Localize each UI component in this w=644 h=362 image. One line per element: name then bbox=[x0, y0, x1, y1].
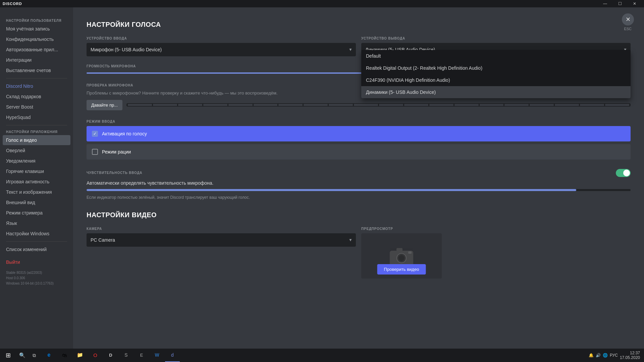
svg-rect-3 bbox=[396, 248, 402, 251]
taskbar-app-epic[interactable]: E bbox=[134, 349, 149, 362]
voice-activity-label: Активация по голосу bbox=[102, 131, 147, 136]
mic-seg-7 bbox=[278, 104, 303, 106]
voice-activity-checkbox: ✓ bbox=[92, 131, 98, 137]
mic-seg-20 bbox=[605, 104, 629, 106]
input-mode-voice-activity[interactable]: ✓ Активация по голосу bbox=[87, 126, 631, 141]
sidebar-item-windows-settings[interactable]: Настройки Windows bbox=[3, 229, 70, 239]
mic-seg-13 bbox=[429, 104, 453, 106]
sidebar-item-streamer-mode[interactable]: Режим стримера bbox=[3, 208, 70, 218]
mic-seg-19 bbox=[580, 104, 604, 106]
mic-seg-9 bbox=[329, 104, 353, 106]
dropdown-option-realtek[interactable]: Realtek Digital Output (2- Realtek High … bbox=[361, 62, 631, 74]
sensitivity-bar bbox=[87, 189, 631, 191]
user-settings-label: НАСТРОЙКИ ПОЛЬЗОВАТЕЛЯ bbox=[3, 17, 70, 24]
camera-select[interactable]: PC Camera bbox=[87, 233, 356, 247]
mic-level-bar bbox=[126, 103, 631, 107]
dropdown-option-nvidia[interactable]: C24F390 (NVIDIA High Definition Audio) bbox=[361, 74, 631, 86]
sidebar-item-server-boost[interactable]: Server Boost bbox=[3, 102, 70, 112]
camera-preview: Проверить видео bbox=[361, 233, 442, 279]
mic-seg-11 bbox=[379, 104, 403, 106]
svg-rect-4 bbox=[408, 251, 412, 254]
sidebar-item-billing[interactable]: Выставление счетов bbox=[3, 65, 70, 75]
sidebar-divider-2 bbox=[6, 125, 67, 125]
dropdown-option-usb[interactable]: Динамики (5- USB Audio Device) bbox=[361, 86, 631, 98]
taskbar-app-discord-game[interactable]: D bbox=[103, 349, 118, 362]
taskbar-task-view-button[interactable]: ⧉ bbox=[28, 349, 40, 362]
settings-close-button[interactable]: ✕ bbox=[622, 13, 634, 25]
maximize-button[interactable]: ☐ bbox=[613, 0, 627, 7]
sidebar-item-privacy[interactable]: Конфиденциальность bbox=[3, 34, 70, 44]
sidebar-item-hypesquad[interactable]: HypeSquad bbox=[3, 112, 70, 122]
sidebar-item-game-activity[interactable]: Игровая активность bbox=[3, 177, 70, 187]
mic-test-button[interactable]: Давайте пр... bbox=[87, 100, 122, 110]
taskbar-app-explorer[interactable]: 📁 bbox=[72, 349, 87, 362]
sidebar-item-hotkeys[interactable]: Горячие клавиши bbox=[3, 166, 70, 176]
app-settings-label: НАСТРОЙКИ ПРИЛОЖЕНИЯ bbox=[3, 128, 70, 135]
sidebar-item-appearance[interactable]: Внешний вид bbox=[3, 197, 70, 207]
sidebar-item-gift-inventory[interactable]: Склад подарков bbox=[3, 92, 70, 102]
settings-sidebar: НАСТРОЙКИ ПОЛЬЗОВАТЕЛЯ Моя учётная запис… bbox=[0, 7, 73, 362]
sidebar-item-logout[interactable]: Выйти bbox=[3, 257, 70, 267]
sensitivity-fill bbox=[87, 189, 576, 191]
taskbar-search-button[interactable]: 🔍 bbox=[16, 349, 28, 362]
app-logo: DISCORD bbox=[3, 2, 22, 6]
sidebar-item-changelog[interactable]: Список изменений bbox=[3, 244, 70, 254]
start-button[interactable]: ⊞ bbox=[0, 349, 16, 362]
mic-seg-16 bbox=[504, 104, 529, 106]
mic-seg-15 bbox=[480, 104, 504, 106]
dropdown-option-default[interactable]: Default bbox=[361, 50, 631, 62]
mic-seg-2 bbox=[153, 104, 177, 106]
input-mode-label: РЕЖИМ ВВОДА bbox=[87, 120, 631, 123]
sidebar-item-voice-video[interactable]: Голос и видео bbox=[3, 135, 70, 145]
sidebar-item-integrations[interactable]: Интеграции bbox=[3, 55, 70, 65]
input-mode-push-to-talk[interactable]: Режим рации bbox=[87, 144, 631, 160]
taskbar-app-discord-active[interactable]: d bbox=[165, 349, 180, 362]
taskbar-app-edge[interactable]: e bbox=[42, 349, 56, 362]
device-row: УСТРОЙСТВО ВВОДА Микрофон (5- USB Audio … bbox=[87, 37, 631, 56]
taskbar-apps: e 🛍 📁 O D S E W d bbox=[40, 349, 181, 362]
camera-label: КАМЕРА bbox=[87, 227, 356, 231]
push-to-talk-label: Режим рации bbox=[102, 149, 131, 155]
minimize-button[interactable]: — bbox=[598, 0, 612, 7]
mic-seg-6 bbox=[254, 104, 278, 106]
sensitivity-header: ЧУВСТВИТЕЛЬНОСТЬ ВВОДА bbox=[87, 169, 631, 177]
sensitivity-toggle[interactable] bbox=[616, 169, 631, 177]
mic-seg-17 bbox=[530, 104, 554, 106]
taskbar-notification-icon: 🔔 bbox=[589, 353, 594, 358]
sidebar-item-authorized-apps[interactable]: Авторизованные прил... bbox=[3, 45, 70, 55]
output-device-col: УСТРОЙСТВО ВЫВОДА Динамики (5- USB Audio… bbox=[361, 37, 631, 56]
input-device-wrapper: Микрофон (5- USB Audio Device) ▼ bbox=[87, 43, 356, 56]
video-section: НАСТРОЙКИ ВИДЕО КАМЕРА PC Camera ▼ ПРЕДП… bbox=[87, 211, 631, 279]
sensitivity-desc: Автоматически определять чувствительност… bbox=[87, 180, 631, 186]
mic-test-row: Давайте пр... bbox=[87, 100, 631, 110]
sidebar-item-language[interactable]: Язык bbox=[3, 218, 70, 228]
mic-seg-5 bbox=[228, 104, 253, 106]
taskbar-network-icon: 🌐 bbox=[603, 353, 608, 358]
close-button[interactable]: ✕ bbox=[628, 0, 641, 7]
sidebar-item-my-account[interactable]: Моя учётная запись bbox=[3, 24, 70, 34]
main-content: НАСТРОЙКИ ГОЛОСА УСТРОЙСТВО ВВОДА Микроф… bbox=[73, 7, 644, 362]
mic-seg-3 bbox=[178, 104, 202, 106]
app-container: НАСТРОЙКИ ПОЛЬЗОВАТЕЛЯ Моя учётная запис… bbox=[0, 7, 644, 362]
preview-label: ПРЕДПРОСМОТР bbox=[361, 227, 631, 231]
sidebar-item-notifications[interactable]: Уведомления bbox=[3, 156, 70, 166]
taskbar-app-store[interactable]: 🛍 bbox=[57, 349, 72, 362]
video-section-title: НАСТРОЙКИ ВИДЕО bbox=[87, 211, 631, 219]
taskbar-app-word[interactable]: W bbox=[150, 349, 164, 362]
sensitivity-hint: Если индикатор полностью зелёный, значит… bbox=[87, 194, 631, 200]
mic-seg-10 bbox=[354, 104, 378, 106]
preview-video-button[interactable]: Проверить видео bbox=[377, 264, 426, 275]
sidebar-item-nitro[interactable]: Discord Nitro bbox=[3, 81, 70, 91]
sidebar-item-text-images[interactable]: Текст и изображения bbox=[3, 187, 70, 197]
input-mode-section: РЕЖИМ ВВОДА ✓ Активация по голосу Режим … bbox=[87, 120, 631, 160]
taskbar-right: 🔔 🔊 🌐 РУС 12:37 17.05.2020 bbox=[589, 351, 644, 360]
taskbar: ⊞ 🔍 ⧉ e 🛍 📁 O D S E W d 🔔 🔊 bbox=[0, 349, 644, 362]
sidebar-divider-1 bbox=[6, 78, 67, 78]
input-device-select[interactable]: Микрофон (5- USB Audio Device) bbox=[87, 43, 356, 56]
camera-col: КАМЕРА PC Camera ▼ bbox=[87, 227, 356, 279]
taskbar-volume-icon[interactable]: 🔊 bbox=[596, 353, 601, 358]
mic-seg-8 bbox=[304, 104, 328, 106]
sidebar-item-overlay[interactable]: Оверлей bbox=[3, 145, 70, 156]
taskbar-app-steam[interactable]: S bbox=[119, 349, 133, 362]
taskbar-app-opera[interactable]: O bbox=[88, 349, 103, 362]
